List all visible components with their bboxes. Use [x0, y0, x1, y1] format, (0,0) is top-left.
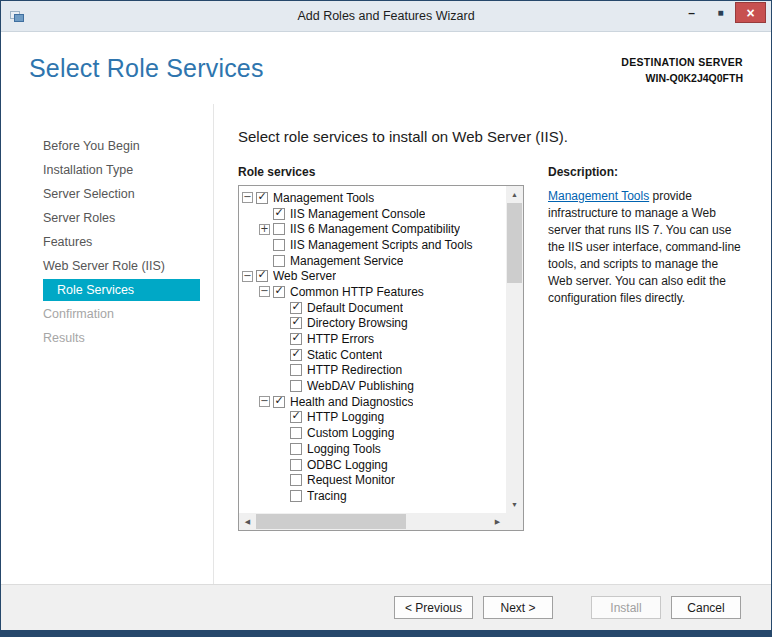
checkbox-iis-management-console[interactable]: [273, 208, 285, 220]
tree-item-directory-browsing[interactable]: Directory Browsing: [242, 316, 506, 332]
role-services-column: Role services −Management ToolsIIS Manag…: [238, 165, 524, 531]
checkbox-web-server[interactable]: [256, 270, 268, 282]
management-tools-link[interactable]: Management Tools: [548, 189, 649, 203]
checkbox-iis-management-scripts-and-tools[interactable]: [273, 239, 285, 251]
tree-item-label: Health and Diagnostics: [290, 395, 413, 409]
tree-item-label: WebDAV Publishing: [307, 379, 414, 393]
horizontal-scrollbar-thumb[interactable]: [256, 514, 406, 529]
role-services-treebox: −Management ToolsIIS Management Console+…: [238, 185, 524, 531]
vertical-scrollbar[interactable]: ▲ ▼: [506, 186, 523, 513]
install-button[interactable]: Install: [591, 596, 661, 619]
scroll-left-icon[interactable]: ◀: [239, 513, 256, 530]
maximize-button[interactable]: ■: [706, 2, 735, 23]
checkbox-logging-tools[interactable]: [290, 443, 302, 455]
sidebar-item-server-selection[interactable]: Server Selection: [43, 182, 213, 206]
sidebar-item-installation-type[interactable]: Installation Type: [43, 158, 213, 182]
description-text: Management Tools provide infrastructure …: [548, 188, 743, 307]
checkbox-request-monitor[interactable]: [290, 474, 302, 486]
tree-item-odbc-logging[interactable]: ODBC Logging: [242, 457, 506, 473]
description-panel: Description: Management Tools provide in…: [548, 165, 743, 531]
checkbox-http-logging[interactable]: [290, 411, 302, 423]
sidebar-item-web-server-role-iis[interactable]: Web Server Role (IIS): [43, 254, 213, 278]
minimize-button[interactable]: –: [677, 2, 706, 23]
tree-item-label: HTTP Redirection: [307, 363, 402, 377]
tree-item-logging-tools[interactable]: Logging Tools: [242, 441, 506, 457]
footer-buttons: < PreviousNext >InstallCancel: [1, 584, 771, 630]
wizard-header: Select Role Services DESTINATION SERVER …: [1, 32, 771, 104]
tree-item-custom-logging[interactable]: Custom Logging: [242, 425, 506, 441]
previous-button[interactable]: < Previous: [394, 596, 473, 619]
checkbox-iis-6-management-compatibility[interactable]: [273, 223, 285, 235]
tree-item-web-server[interactable]: −Web Server: [242, 268, 506, 284]
add-roles-features-wizard-window: Add Roles and Features Wizard – ■ × Sele…: [0, 0, 772, 637]
cancel-button[interactable]: Cancel: [671, 596, 741, 619]
tree-item-static-content[interactable]: Static Content: [242, 347, 506, 363]
tree-item-label: HTTP Logging: [307, 410, 384, 424]
collapse-icon[interactable]: −: [259, 286, 270, 297]
tree-item-label: Default Document: [307, 301, 403, 315]
collapse-icon[interactable]: −: [242, 271, 253, 282]
checkbox-http-errors[interactable]: [290, 333, 302, 345]
tree-item-iis-management-scripts-and-tools[interactable]: IIS Management Scripts and Tools: [242, 237, 506, 253]
tree-item-label: Logging Tools: [307, 442, 381, 456]
wizard-app-icon: [9, 8, 25, 24]
checkbox-management-service[interactable]: [273, 255, 285, 267]
checkbox-webdav-publishing[interactable]: [290, 380, 302, 392]
role-services-label: Role services: [238, 165, 524, 179]
sidebar-item-confirmation: Confirmation: [43, 302, 213, 326]
tree-item-management-service[interactable]: Management Service: [242, 253, 506, 269]
scroll-down-icon[interactable]: ▼: [506, 496, 523, 513]
tree-item-http-redirection[interactable]: HTTP Redirection: [242, 363, 506, 379]
checkbox-http-redirection[interactable]: [290, 364, 302, 376]
tree-item-common-http-features[interactable]: −Common HTTP Features: [242, 284, 506, 300]
main-area: Before You BeginInstallation TypeServer …: [1, 104, 771, 584]
sidebar-item-server-roles[interactable]: Server Roles: [43, 206, 213, 230]
description-label: Description:: [548, 165, 743, 179]
checkbox-custom-logging[interactable]: [290, 427, 302, 439]
tree-item-request-monitor[interactable]: Request Monitor: [242, 472, 506, 488]
destination-server-name: WIN-Q0K2J4Q0FTH: [621, 70, 743, 86]
tree-item-iis-management-console[interactable]: IIS Management Console: [242, 206, 506, 222]
role-services-tree: −Management ToolsIIS Management Console+…: [239, 186, 506, 513]
next-button[interactable]: Next >: [483, 596, 553, 619]
scrollbar-corner: [506, 513, 523, 530]
close-button[interactable]: ×: [735, 2, 766, 23]
checkbox-common-http-features[interactable]: [273, 286, 285, 298]
content-heading: Select role services to install on Web S…: [238, 128, 743, 145]
checkbox-directory-browsing[interactable]: [290, 317, 302, 329]
tree-item-http-logging[interactable]: HTTP Logging: [242, 410, 506, 426]
tree-item-label: Directory Browsing: [307, 316, 408, 330]
sidebar-item-role-services[interactable]: Role Services: [43, 279, 200, 301]
collapse-icon[interactable]: −: [259, 396, 270, 407]
tree-item-iis-6-management-compatibility[interactable]: +IIS 6 Management Compatibility: [242, 221, 506, 237]
tree-item-label: Custom Logging: [307, 426, 394, 440]
sidebar-item-before-you-begin[interactable]: Before You Begin: [43, 134, 213, 158]
horizontal-scrollbar[interactable]: ◀ ▶: [239, 513, 506, 530]
checkbox-odbc-logging[interactable]: [290, 459, 302, 471]
caption-buttons: – ■ ×: [677, 2, 766, 23]
checkbox-default-document[interactable]: [290, 302, 302, 314]
tree-item-health-and-diagnostics[interactable]: −Health and Diagnostics: [242, 394, 506, 410]
scroll-up-icon[interactable]: ▲: [506, 186, 523, 203]
checkbox-health-and-diagnostics[interactable]: [273, 396, 285, 408]
window-title: Add Roles and Features Wizard: [297, 9, 474, 23]
tree-item-label: IIS Management Scripts and Tools: [290, 238, 473, 252]
tree-item-label: ODBC Logging: [307, 458, 388, 472]
scroll-right-icon[interactable]: ▶: [489, 513, 506, 530]
checkbox-tracing[interactable]: [290, 490, 302, 502]
expand-icon[interactable]: +: [259, 224, 270, 235]
checkbox-management-tools[interactable]: [256, 192, 268, 204]
tree-item-http-errors[interactable]: HTTP Errors: [242, 331, 506, 347]
tree-item-webdav-publishing[interactable]: WebDAV Publishing: [242, 378, 506, 394]
sidebar-item-features[interactable]: Features: [43, 230, 213, 254]
tree-item-label: Static Content: [307, 348, 382, 362]
tree-item-tracing[interactable]: Tracing: [242, 488, 506, 504]
tree-item-default-document[interactable]: Default Document: [242, 300, 506, 316]
checkbox-static-content[interactable]: [290, 349, 302, 361]
tree-item-label: IIS 6 Management Compatibility: [290, 222, 460, 236]
tree-item-management-tools[interactable]: −Management Tools: [242, 190, 506, 206]
description-text-rest: provide infrastructure to manage a Web s…: [548, 189, 741, 305]
vertical-scrollbar-thumb[interactable]: [507, 203, 522, 283]
tree-item-label: IIS Management Console: [290, 207, 425, 221]
collapse-icon[interactable]: −: [242, 192, 253, 203]
